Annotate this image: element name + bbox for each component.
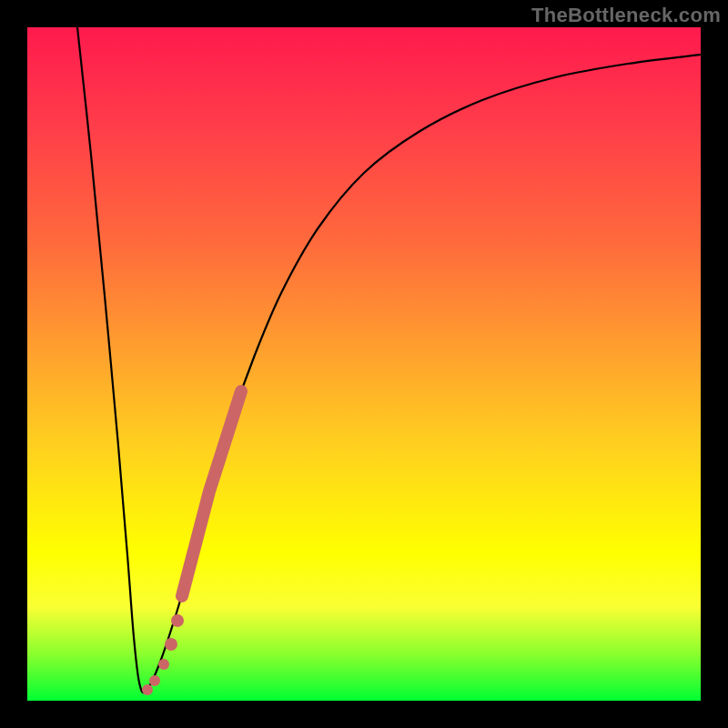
near-minimum-dot bbox=[149, 675, 160, 686]
near-minimum-dot bbox=[171, 614, 184, 627]
bottleneck-curve bbox=[77, 27, 701, 693]
curve-layer bbox=[27, 27, 701, 701]
near-minimum-dot bbox=[158, 659, 169, 670]
near-minimum-dot bbox=[165, 638, 177, 651]
highlight-segment bbox=[182, 391, 241, 596]
near-minimum-dot bbox=[142, 684, 153, 695]
watermark-text: TheBottleneck.com bbox=[531, 4, 721, 27]
chart-frame: TheBottleneck.com bbox=[0, 0, 728, 728]
plot-area bbox=[27, 27, 701, 701]
